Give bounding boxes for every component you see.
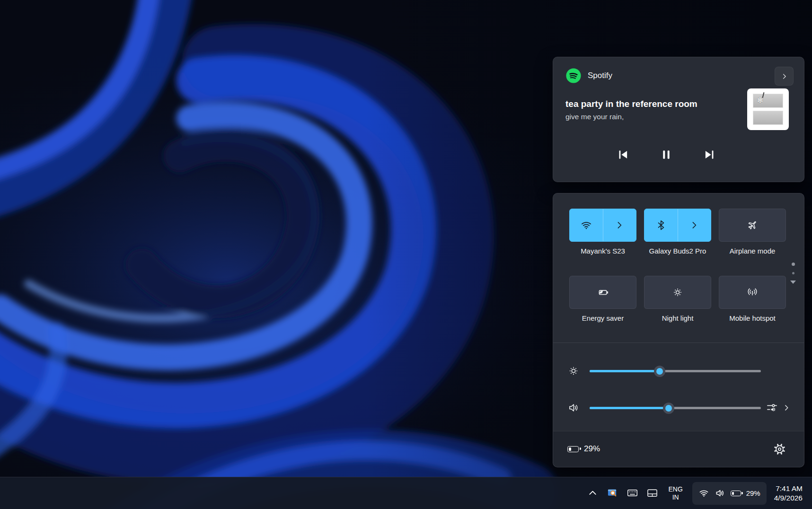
airplane-tile-label: Airplane mode [719, 247, 786, 255]
bluetooth-tile-cell: Galaxy Buds2 Pro [644, 209, 711, 255]
bluetooth-icon [655, 219, 667, 231]
wifi-tile-cell: Mayank's S23 [569, 209, 636, 255]
night-light-tile-label: Night light [644, 314, 711, 322]
battery-percent-label: 29% [584, 444, 600, 454]
page-indicator [789, 263, 797, 284]
media-controls [541, 145, 792, 164]
energy-saver-tile-label: Energy saver [569, 314, 636, 322]
media-expand-button[interactable] [775, 67, 794, 86]
track-title: tea party in the reference room [565, 99, 736, 109]
mobile-hotspot-tile[interactable] [719, 276, 786, 309]
gear-icon[interactable] [773, 443, 786, 456]
mobile-hotspot-tile-label: Mobile hotspot [719, 314, 786, 322]
battery-icon [567, 446, 579, 452]
bluetooth-expand[interactable] [678, 209, 711, 241]
wifi-icon [580, 219, 592, 231]
next-track-icon [703, 149, 715, 161]
language-indicator[interactable]: ENG IN [663, 482, 688, 505]
clock-time: 7:41 AM [774, 484, 803, 493]
brightness-icon [567, 365, 580, 377]
volume-row [553, 396, 804, 419]
chevron-right-icon [780, 72, 788, 80]
energy-saver-tile[interactable] [569, 276, 636, 309]
wifi-icon [698, 488, 709, 499]
next-page-arrow[interactable] [790, 281, 796, 284]
album-art-bottom-pane [753, 111, 783, 125]
quick-settings-footer: 29% [553, 431, 804, 467]
airplane-tile-cell: Airplane mode [719, 209, 786, 255]
media-player-card: Spotify tea party in the reference room … [553, 57, 804, 182]
wifi-tile [569, 209, 636, 242]
show-hidden-icons-button[interactable] [583, 483, 602, 504]
language-line1: ENG [668, 485, 682, 493]
night-light-tile-cell: Night light [644, 276, 711, 322]
brightness-row [553, 360, 804, 382]
album-art-thumbnail [747, 88, 789, 130]
desktop: { "colors": { "accent": "#4CC2FF", "spot… [0, 0, 812, 509]
search-window-icon [607, 488, 618, 499]
energy-saver-icon [597, 286, 609, 298]
mobile-hotspot-icon [746, 286, 759, 298]
page-dot-current [792, 263, 795, 266]
chevron-right-icon[interactable] [782, 404, 791, 412]
search-window-tray-button[interactable] [603, 483, 622, 504]
chevron-up-icon [587, 488, 598, 499]
pause-icon [660, 149, 672, 161]
taskbar: ENG IN 29% 7:41 AM 4/9/2026 [0, 477, 812, 509]
language-line2: IN [672, 493, 679, 501]
previous-track-button[interactable] [614, 145, 633, 164]
energy-saver-tile-cell: Energy saver [569, 276, 636, 322]
wifi-expand[interactable] [603, 209, 636, 241]
speaker-icon [715, 488, 725, 499]
previous-track-icon [617, 149, 629, 161]
album-art-top-pane [753, 94, 783, 108]
next-track-button[interactable] [700, 145, 719, 164]
volume-slider-fill [590, 407, 669, 409]
quick-settings-panel: Mayank's S23 Galaxy Buds2 Pro [553, 193, 804, 467]
night-light-tile[interactable] [644, 276, 711, 309]
media-card-header: Spotify [565, 68, 612, 84]
touch-keyboard-icon [627, 488, 638, 499]
spotify-icon [565, 68, 582, 84]
touchpad-button[interactable] [643, 483, 662, 504]
media-app-name: Spotify [588, 71, 612, 80]
airplane-mode-tile[interactable] [719, 209, 786, 242]
bluetooth-tile [644, 209, 711, 242]
chevron-right-icon [614, 220, 625, 230]
page-dot [792, 272, 794, 274]
quick-settings-grid: Mayank's S23 Galaxy Buds2 Pro [569, 209, 786, 322]
track-artist: give me your rain, [565, 113, 736, 121]
system-tray-group[interactable]: 29% [692, 482, 767, 505]
brightness-slider[interactable] [590, 370, 761, 372]
bluetooth-toggle[interactable] [644, 209, 678, 241]
mobile-hotspot-tile-cell: Mobile hotspot [719, 276, 786, 322]
pause-button[interactable] [657, 145, 676, 164]
night-light-icon [671, 286, 684, 298]
battery-icon [731, 491, 741, 496]
volume-slider-thumb[interactable] [663, 403, 674, 414]
touchpad-icon [647, 488, 658, 499]
tray-battery-percent: 29% [746, 489, 760, 497]
wifi-toggle[interactable] [570, 209, 603, 241]
wifi-tile-label: Mayank's S23 [569, 247, 636, 255]
clock-date: 4/9/2026 [774, 493, 803, 503]
chevron-right-icon [689, 220, 699, 230]
bluetooth-tile-label: Galaxy Buds2 Pro [644, 247, 711, 255]
brightness-slider-thumb[interactable] [654, 366, 665, 377]
speaker-icon [567, 402, 580, 414]
battery-status[interactable]: 29% [567, 444, 600, 454]
airplane-icon [746, 219, 759, 231]
brightness-slider-fill [590, 370, 660, 372]
divider [553, 342, 804, 343]
audio-output-icon[interactable] [766, 401, 778, 414]
touch-keyboard-button[interactable] [623, 483, 642, 504]
clock[interactable]: 7:41 AM 4/9/2026 [770, 481, 805, 506]
volume-slider[interactable] [590, 407, 761, 409]
